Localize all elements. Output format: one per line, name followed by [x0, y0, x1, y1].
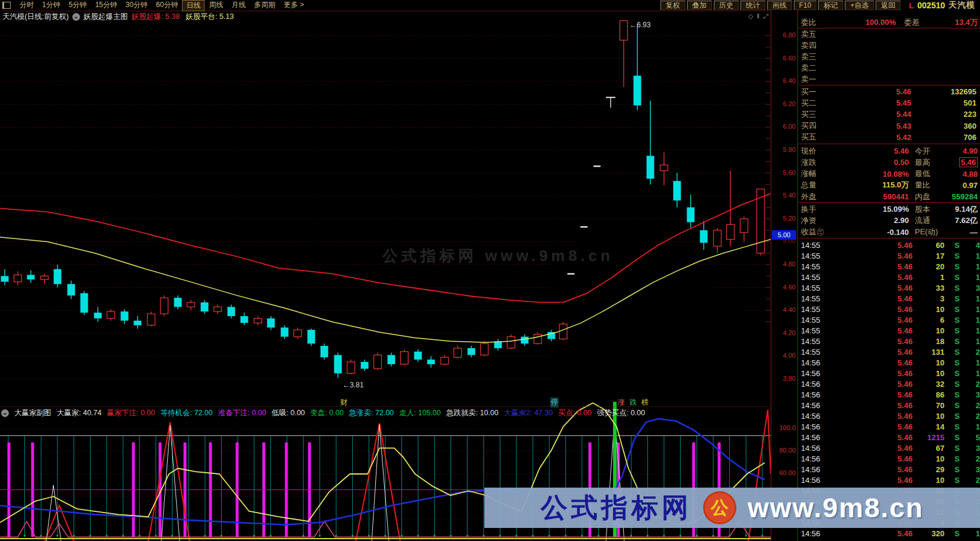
candle-down	[521, 337, 529, 344]
menu-item-more[interactable]: 更多 >	[279, 0, 308, 11]
event-rise: 涨	[618, 397, 625, 408]
candle-up	[454, 348, 462, 357]
indicator-value-0: 妖股起爆: 5.38	[132, 12, 180, 22]
window-icon[interactable]	[2, 2, 11, 9]
candle-down	[121, 311, 129, 320]
buy-volume: 132695	[911, 87, 980, 96]
button-statistics[interactable]: 统计	[740, 1, 765, 10]
detail-value: 0.97	[949, 181, 978, 190]
tick-count: 1	[976, 305, 980, 314]
tick-time: 14:55	[799, 273, 827, 282]
tick-volume: 29	[912, 465, 944, 474]
tick-time: 14:56	[799, 465, 827, 474]
menu-item-monthly[interactable]: 月线	[227, 0, 250, 11]
detail-label: 最低	[909, 168, 949, 179]
menu-item-30min[interactable]: 30分钟	[122, 0, 152, 11]
tick-side-flag: S	[949, 294, 965, 303]
green-dot	[532, 534, 534, 536]
sub-indicator-name[interactable]: 大赢家副图	[14, 408, 52, 418]
tick-volume: 10	[912, 412, 944, 421]
button-restore-rights[interactable]: 复权	[660, 1, 685, 10]
detail-label: 最高	[909, 157, 949, 168]
button-add-watchlist[interactable]: +自选	[845, 1, 874, 10]
tick-price: 5.46	[827, 465, 912, 474]
candle-up	[481, 343, 489, 355]
green-dot	[24, 534, 25, 536]
candle-up	[714, 230, 722, 246]
green-dot	[221, 534, 222, 536]
buy-row-2: 买二5.45501	[799, 97, 980, 109]
green-dot	[40, 534, 42, 536]
diamond-icon[interactable]: ◇	[748, 12, 753, 20]
menu-item-15min[interactable]: 15分钟	[91, 0, 121, 11]
tick-price: 5.46	[827, 380, 912, 389]
tick-side-flag: S	[949, 444, 965, 453]
detail-value: 9.14亿	[949, 204, 978, 215]
detail-label: 总量	[799, 180, 834, 190]
tick-row: 14:555.4660S4	[799, 240, 980, 250]
green-dot	[319, 534, 321, 536]
price-marker-box: 5.00	[772, 230, 796, 240]
tick-price: 5.46	[827, 241, 912, 250]
green-dot	[417, 534, 419, 536]
candle-up	[374, 355, 382, 368]
green-dot	[270, 534, 272, 536]
button-f10[interactable]: F10	[794, 1, 817, 10]
tick-row: 14:555.4617S1	[799, 250, 980, 261]
sub-collapse-icon[interactable]: ⌄	[1, 409, 9, 417]
detail-value: 5.46	[959, 157, 978, 167]
menu-item-60min[interactable]: 60分钟	[152, 0, 182, 11]
menu-item-1min[interactable]: 1分钟	[38, 0, 65, 11]
tick-row: 14:565.4670S2	[799, 400, 980, 410]
tick-side-flag: S	[949, 326, 965, 335]
buy-label: 买二	[799, 98, 837, 109]
candle-down	[634, 76, 641, 106]
candle-down	[388, 355, 395, 364]
chart-header: 天汽模(日线:前复权) ⌄ 妖股起爆主图 妖股起爆: 5.38妖股平台: 5.1…	[2, 12, 234, 21]
main-indicator-name[interactable]: 妖股起爆主图	[84, 12, 128, 22]
menu-item-5min[interactable]: 5分钟	[65, 0, 91, 11]
green-dot	[467, 534, 468, 536]
splitter-icon[interactable]: ‖	[756, 12, 759, 20]
price-tick-label: 3.80	[772, 375, 796, 382]
green-dot	[663, 534, 665, 536]
detail-value: 590441	[834, 192, 909, 201]
candle-up	[187, 303, 195, 307]
detail-value: 4.90	[949, 147, 978, 155]
green-dot	[335, 534, 337, 536]
detail-label: PE(动)	[909, 227, 949, 237]
tick-volume: 10	[912, 358, 944, 367]
tool-menu: 复权叠加历史统计画线F10标记+自选返回	[659, 1, 901, 10]
tick-time: 14:55	[799, 294, 827, 303]
buy-volume: 360	[911, 122, 980, 131]
green-dot	[253, 534, 255, 536]
button-back[interactable]: 返回	[876, 1, 901, 10]
green-dot	[647, 534, 649, 536]
candle-up	[507, 337, 515, 348]
button-history[interactable]: 历史	[714, 1, 739, 10]
candle-down	[700, 230, 708, 243]
tick-count: 5	[976, 433, 980, 442]
menu-item-weekly[interactable]: 周线	[205, 0, 227, 11]
main-candlestick-chart[interactable]: ←6.93←3.81	[0, 11, 771, 407]
tick-count: 2	[976, 380, 980, 389]
tick-count: 2	[976, 476, 980, 485]
tick-price: 5.46	[827, 294, 912, 303]
button-overlay[interactable]: 叠加	[687, 1, 712, 10]
candle-up	[727, 224, 735, 239]
sub-field-big-winner: 大赢家: 40.74	[57, 408, 102, 418]
menu-item-daily[interactable]: 日线	[182, 0, 205, 11]
candle-down	[647, 156, 655, 179]
tick-count: 3	[976, 390, 980, 399]
tick-side-flag: S	[949, 390, 965, 399]
menu-item-multi-period[interactable]: 多周期	[250, 0, 279, 11]
expand-icon[interactable]: ⤢	[763, 12, 768, 20]
menu-item-timeshare[interactable]: 分时	[15, 0, 38, 11]
button-draw-line[interactable]: 画线	[767, 1, 792, 10]
button-mark[interactable]: 标记	[818, 1, 843, 10]
collapse-icon[interactable]: ⌄	[72, 13, 80, 21]
green-dot	[679, 534, 681, 536]
axis-right-border	[797, 11, 798, 541]
sub-field-low-absorb: 低吸: 0.00	[272, 408, 305, 418]
price-tick-label: 5.80	[772, 146, 796, 153]
